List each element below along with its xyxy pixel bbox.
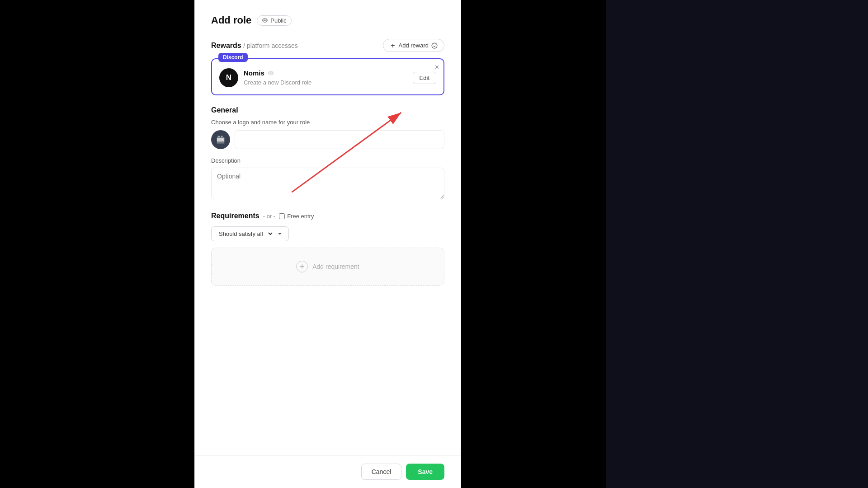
logo-name-row xyxy=(211,130,444,149)
public-badge-label: Public xyxy=(270,17,286,24)
add-reward-button[interactable]: Add reward xyxy=(383,39,444,52)
edit-button[interactable]: Edit xyxy=(413,72,436,84)
eye-icon xyxy=(262,17,268,23)
description-textarea[interactable] xyxy=(211,168,444,199)
role-name-input[interactable] xyxy=(235,130,444,149)
general-title: General xyxy=(211,106,444,114)
discord-card-close-button[interactable]: × xyxy=(435,64,439,71)
discord-description: Create a new Discord role xyxy=(244,79,311,86)
logo-picker[interactable] xyxy=(211,130,230,149)
rewards-title-group: Rewards / platform accesses xyxy=(211,42,298,50)
svg-point-0 xyxy=(432,43,437,48)
discord-info: Nomis Create a new Discord role xyxy=(244,69,407,86)
building-icon xyxy=(216,135,226,145)
discord-card-body: N Nomis Create a new Discord role Edit xyxy=(212,59,443,94)
add-reward-label: Add reward xyxy=(399,42,429,49)
logo-name-subtitle: Choose a logo and name for your role xyxy=(211,119,444,126)
discord-card: Discord × N Nomis Create a new Discord r… xyxy=(211,58,444,95)
free-entry-label: Free entry xyxy=(279,213,314,220)
rewards-section-header: Rewards / platform accesses Add reward xyxy=(211,39,444,52)
modal-footer: Cancel Save xyxy=(195,455,461,488)
free-entry-checkbox[interactable] xyxy=(279,213,285,219)
satisfy-select[interactable]: Should satisfy all Should satisfy any xyxy=(217,230,274,238)
requirements-header: Requirements - or - Free entry xyxy=(211,212,444,220)
satisfy-dropdown[interactable]: Should satisfy all Should satisfy any xyxy=(211,226,289,241)
nomis-avatar: N xyxy=(219,68,238,87)
chevron-down-icon xyxy=(277,231,283,237)
add-requirement-label: Add requirement xyxy=(312,263,359,270)
cancel-button[interactable]: Cancel xyxy=(361,464,402,480)
rewards-subtitle: / platform accesses xyxy=(243,42,298,49)
plus-icon xyxy=(390,42,396,49)
discord-badge: Discord xyxy=(218,53,248,62)
save-button[interactable]: Save xyxy=(406,464,444,480)
modal-title: Add role xyxy=(211,14,251,26)
add-req-plus-icon: + xyxy=(296,261,308,272)
discord-name-row: Nomis xyxy=(244,69,407,77)
description-label: Description xyxy=(211,157,444,164)
modal-header: Add role Public xyxy=(211,14,444,26)
rewards-title: Rewards xyxy=(211,42,241,49)
discord-visibility-icon xyxy=(268,70,274,76)
or-text: - or - xyxy=(263,213,275,220)
requirements-section: Requirements - or - Free entry Should sa… xyxy=(211,212,444,286)
requirements-title: Requirements xyxy=(211,212,259,220)
discord-name: Nomis xyxy=(244,69,264,77)
general-section: General Choose a logo and name for your … xyxy=(211,106,444,201)
github-icon xyxy=(431,42,438,49)
public-badge: Public xyxy=(257,15,291,26)
add-requirement-button[interactable]: + Add requirement xyxy=(211,248,444,286)
